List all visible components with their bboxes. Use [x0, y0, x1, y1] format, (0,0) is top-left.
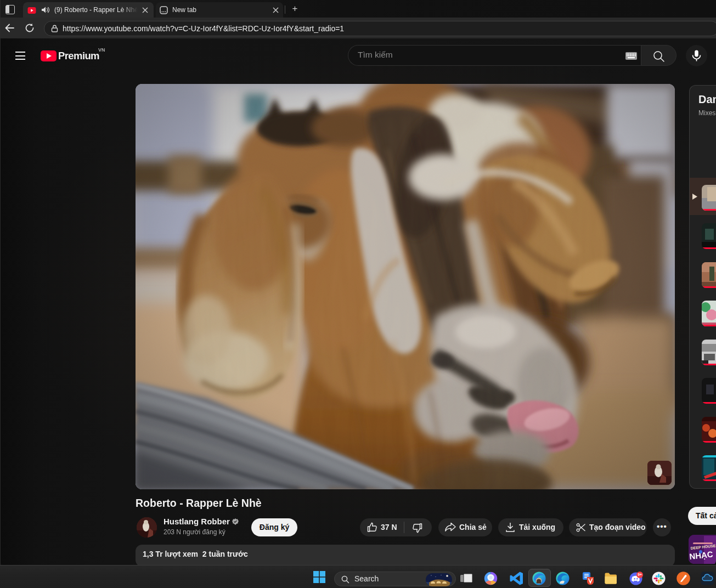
svg-text:9+: 9+ — [638, 573, 642, 576]
